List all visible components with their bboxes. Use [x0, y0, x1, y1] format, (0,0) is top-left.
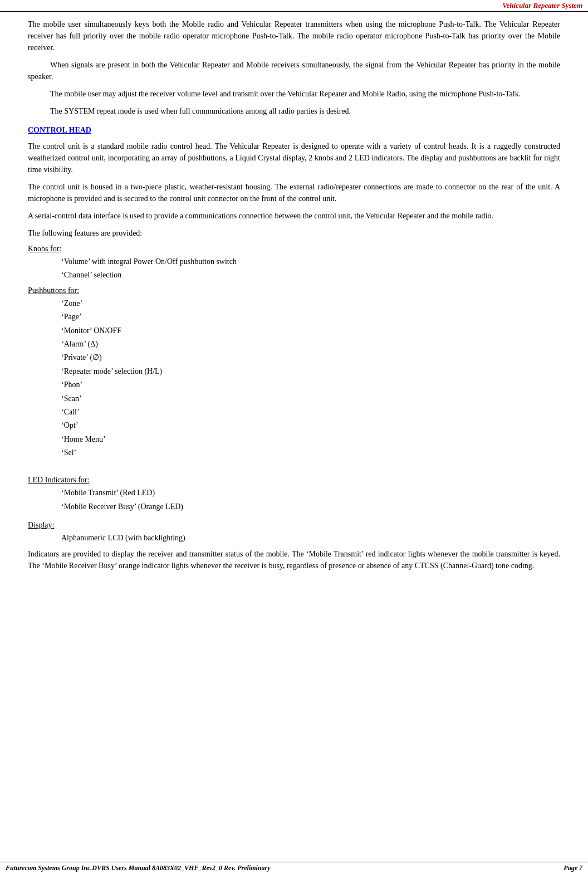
pushbuttons-list: ‘Zone’‘Page’‘Monitor’ ON/OFF‘Alarm’ (Δ)‘… [28, 297, 560, 460]
list-item: ‘Call’ [61, 406, 560, 418]
list-item: ‘Page’ [61, 311, 560, 323]
list-item: ‘Opt’ [61, 419, 560, 432]
control-head-heading: CONTROL HEAD [28, 126, 560, 135]
list-item: ‘Phon’ [61, 379, 560, 391]
knobs-label: Knobs for: [28, 245, 560, 253]
paragraph-1: The mobile user simultaneously keys both… [28, 18, 560, 53]
list-item: ‘Alarm’ (Δ) [61, 338, 560, 350]
led-label: LED Indicators for: [28, 476, 560, 485]
display-list: Alphanumeric LCD (with backlighting)Indi… [28, 532, 560, 571]
content-area: The mobile user simultaneously keys both… [0, 12, 588, 588]
control-head-section: CONTROL HEAD The control unit is a stand… [28, 126, 560, 572]
control-head-p3: A serial-control data interface is used … [28, 210, 560, 222]
control-head-p1: The control unit is a standard mobile ra… [28, 140, 560, 175]
list-item: ‘Monitor’ ON/OFF [61, 325, 560, 337]
list-item: ‘Scan’ [61, 393, 560, 405]
footer-left: Futurecom Systems Group Inc.DVRS Users M… [6, 864, 271, 872]
list-item: ‘Channel’ selection [61, 269, 560, 281]
features-intro: The following features are provided: [28, 227, 560, 239]
list-item: ‘Mobile Receiver Busy’ (Orange LED) [61, 501, 560, 513]
led-list: ‘Mobile Transmit’ (Red LED)‘Mobile Recei… [28, 487, 560, 513]
knobs-list: ‘Volume’ with integral Power On/Off push… [28, 256, 560, 282]
list-item: ‘Private’ (∅) [61, 351, 560, 364]
page-container: Vehicular Repeater System The mobile use… [0, 0, 588, 874]
display-label: Display: [28, 521, 560, 530]
list-item: Indicators are provided to display the r… [28, 548, 560, 572]
footer-bar: Futurecom Systems Group Inc.DVRS Users M… [0, 862, 588, 874]
list-item: ‘Home Menu’ [61, 433, 560, 446]
list-item: Alphanumeric LCD (with backlighting) [61, 532, 560, 544]
list-item: ‘Zone’ [61, 297, 560, 310]
pushbuttons-label: Pushbuttons for: [28, 286, 560, 295]
paragraph-2: When signals are present in both the Veh… [28, 59, 560, 82]
paragraph-4: The SYSTEM repeat mode is used when full… [28, 105, 560, 117]
footer-right: Page 7 [564, 864, 582, 872]
paragraph-3: The mobile user may adjust the receiver … [28, 88, 560, 100]
control-head-p2: The control unit is housed in a two-piec… [28, 181, 560, 204]
list-item: ‘Mobile Transmit’ (Red LED) [61, 487, 560, 499]
list-item: ‘Repeater mode’ selection (H/L) [61, 365, 560, 378]
header-bar: Vehicular Repeater System [0, 0, 588, 12]
list-item: ‘Sel’ [61, 447, 560, 459]
header-title: Vehicular Repeater System [502, 1, 582, 9]
list-item: ‘Volume’ with integral Power On/Off push… [61, 256, 560, 268]
